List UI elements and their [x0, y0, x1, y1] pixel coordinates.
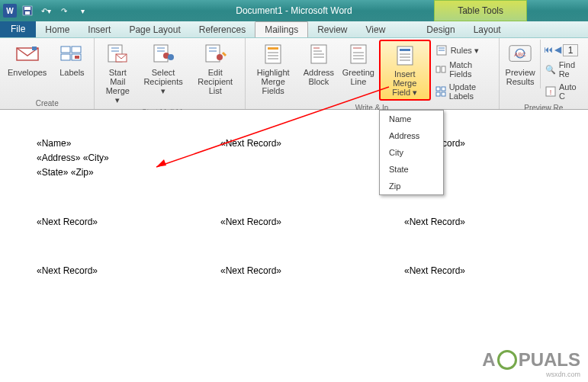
svg-rect-4	[32, 47, 37, 50]
insert-merge-field-dropdown: Name Address City State Zip	[379, 110, 444, 195]
dropdown-item-state[interactable]: State	[380, 161, 443, 178]
tab-page-layout[interactable]: Page Layout	[120, 22, 189, 37]
svg-rect-51	[442, 92, 445, 96]
auto-check-icon: !	[545, 85, 556, 98]
group-create: Envelopes Labels Create	[0, 38, 95, 109]
watermark-site: wsxdn.com	[546, 371, 580, 378]
rules-button[interactable]: Rules ▾	[432, 43, 496, 58]
svg-rect-50	[436, 92, 440, 96]
svg-text:!: !	[550, 88, 552, 96]
tab-insert[interactable]: Insert	[79, 22, 120, 37]
labels-icon	[59, 42, 84, 66]
highlight-merge-fields-button[interactable]: Highlight Merge Fields	[249, 40, 298, 98]
ribbon: Envelopes Labels Create Start Mail Merge…	[0, 38, 588, 110]
table-tools-contextual-tab: Table Tools	[434, 0, 527, 21]
label-cell[interactable]: «Next Record»	[37, 260, 220, 309]
recipients-icon	[151, 42, 175, 66]
svg-rect-9	[75, 56, 79, 59]
tab-review[interactable]: Review	[308, 22, 356, 37]
auto-check-button[interactable]: ! Auto C	[542, 81, 585, 102]
svg-rect-46	[436, 66, 440, 72]
document-area[interactable]: «Name» «Address» «City» «State» «Zip» «N…	[0, 110, 588, 382]
tab-mailings[interactable]: Mailings	[255, 21, 308, 37]
nav-first-icon[interactable]: ⏮	[544, 44, 553, 56]
greeting-line-button[interactable]: Greeting Line	[339, 40, 378, 88]
dropdown-item-name[interactable]: Name	[380, 111, 443, 127]
group-start-mail-merge: Start Mail Merge ▾ Select Recipients ▾ E…	[95, 38, 245, 109]
svg-rect-24	[268, 47, 278, 50]
label-cell[interactable]: «Next Record»	[404, 260, 588, 309]
save-icon[interactable]	[20, 3, 35, 18]
window-title: Document1 - Microsoft Word	[236, 5, 352, 16]
svg-rect-6	[72, 47, 81, 53]
group-preview: ABC Preview Results ⏮ ◀ 1 🔍 Find Re ! Au…	[500, 38, 588, 109]
svg-rect-5	[61, 47, 70, 53]
tab-view[interactable]: View	[357, 22, 395, 37]
svg-rect-2	[25, 11, 30, 14]
tab-references[interactable]: References	[190, 22, 255, 37]
insert-field-icon	[393, 43, 417, 68]
record-number[interactable]: 1	[563, 44, 579, 56]
tab-layout[interactable]: Layout	[464, 22, 510, 37]
label-cell[interactable]: «Name» «Address» «City» «State» «Zip»	[37, 133, 220, 211]
preview-results-button[interactable]: ABC Preview Results	[503, 40, 541, 88]
svg-point-22	[217, 54, 223, 60]
undo-icon[interactable]: ↶▾	[38, 3, 53, 18]
label-cell[interactable]: «Next Record»	[220, 260, 404, 309]
svg-rect-47	[442, 66, 445, 72]
edit-list-icon	[203, 42, 227, 66]
highlight-icon	[261, 42, 285, 66]
svg-text:ABC: ABC	[514, 51, 526, 58]
word-app-icon: W	[3, 4, 17, 18]
update-labels-button[interactable]: Update Labels	[432, 81, 496, 102]
address-block-button[interactable]: Address Block	[300, 40, 338, 88]
dropdown-item-address[interactable]: Address	[380, 127, 443, 144]
label-cell[interactable]: «Next Record»	[220, 133, 404, 211]
match-icon	[435, 63, 447, 75]
group-create-label: Create	[3, 98, 91, 109]
tab-design[interactable]: Design	[417, 22, 464, 37]
svg-rect-49	[442, 87, 445, 91]
preview-nav: ⏮ ◀ 1 🔍 Find Re ! Auto C	[542, 40, 585, 102]
write-small-buttons: Rules ▾ Match Fields Update Labels	[432, 40, 496, 102]
redo-icon[interactable]: ↷	[56, 3, 72, 18]
watermark-logo: A PUALS	[482, 349, 580, 371]
edit-recipient-list-button[interactable]: Edit Recipient List	[189, 40, 242, 98]
gear-icon	[497, 350, 517, 370]
ribbon-tabs: File Home Insert Page Layout References …	[0, 21, 588, 38]
label-cell[interactable]: «Next Record»	[37, 211, 220, 260]
svg-rect-48	[436, 87, 440, 91]
nav-prev-icon[interactable]: ◀	[554, 44, 561, 56]
preview-icon: ABC	[508, 42, 532, 66]
select-recipients-button[interactable]: Select Recipients ▾	[139, 40, 188, 98]
qat-customize-icon[interactable]: ▾	[75, 3, 90, 18]
update-icon	[435, 85, 446, 98]
find-recipient-button[interactable]: 🔍 Find Re	[542, 59, 585, 80]
insert-merge-field-button[interactable]: Insert Merge Field ▾	[379, 40, 431, 101]
dropdown-item-city[interactable]: City	[380, 144, 443, 161]
address-block-icon	[307, 42, 331, 66]
mail-merge-icon	[105, 42, 130, 66]
group-write-insert: Highlight Merge Fields Address Block Gre…	[246, 38, 500, 109]
tab-file[interactable]: File	[0, 21, 36, 37]
svg-point-18	[168, 54, 174, 60]
dropdown-item-zip[interactable]: Zip	[380, 178, 443, 194]
start-mail-merge-button[interactable]: Start Mail Merge ▾	[98, 40, 137, 107]
label-cell[interactable]: «Next Record»	[220, 211, 404, 260]
envelope-icon	[15, 42, 40, 66]
envelopes-button[interactable]: Envelopes	[3, 40, 51, 79]
label-grid: «Name» «Address» «City» «State» «Zip» «N…	[37, 133, 588, 309]
greeting-icon	[346, 42, 371, 66]
quick-access-toolbar: W ↶▾ ↷ ▾	[0, 3, 93, 18]
label-cell[interactable]: «Next Record»	[404, 211, 588, 260]
match-fields-button[interactable]: Match Fields	[432, 59, 496, 80]
svg-rect-39	[400, 49, 410, 51]
svg-rect-1	[24, 7, 31, 10]
find-icon: 🔍	[545, 63, 556, 75]
svg-rect-7	[61, 54, 70, 60]
rules-icon	[435, 44, 448, 56]
title-bar: W ↶▾ ↷ ▾ Document1 - Microsoft Word Tabl…	[0, 0, 588, 21]
tab-home[interactable]: Home	[36, 22, 79, 37]
labels-button[interactable]: Labels	[53, 40, 91, 79]
